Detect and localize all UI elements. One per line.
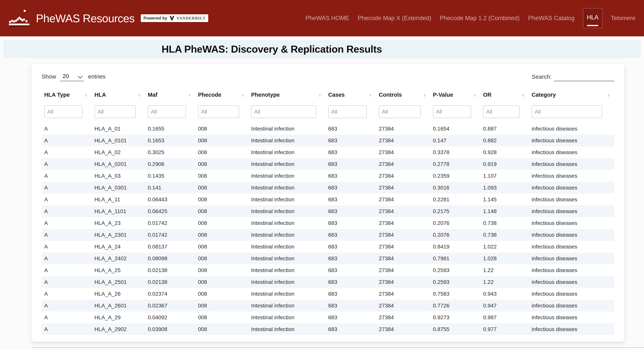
table-cell: 27384 [376, 205, 430, 217]
filter-input-or[interactable] [483, 105, 520, 118]
table-cell: HLA_A_11 [92, 194, 145, 205]
table-cell: HLA_A_25 [92, 264, 145, 276]
active-tab-underline [587, 25, 598, 26]
table-cell: 0.928 [480, 146, 529, 158]
nav-link-phewas-home[interactable]: PheWAS HOME [306, 15, 349, 22]
table-cell: Intestinal infection [248, 123, 326, 135]
vanderbilt-wordmark: VANDERBILT [176, 16, 206, 21]
column-header-or[interactable]: OR▲▼ [480, 85, 529, 105]
table-cell: 0.147 [430, 135, 480, 146]
nav-link-phecode-map-1-2-combined[interactable]: Phecode Map 1.2 (Combined) [440, 15, 520, 22]
table-cell: 0.7726 [430, 300, 480, 311]
column-header-phecode[interactable]: Phecode▲▼ [195, 85, 248, 105]
nav-link-telomere[interactable]: Telomere [611, 15, 636, 22]
table-cell: 683 [326, 276, 376, 288]
table-cell: 27384 [376, 170, 430, 182]
table-cell: HLA_A_0201 [92, 158, 145, 170]
table-cell: HLA_A_23 [92, 217, 145, 229]
column-header-hla[interactable]: HLA▲▼ [92, 85, 145, 105]
column-header-phenotype[interactable]: Phenotype▲▼ [248, 85, 326, 105]
column-header-controls[interactable]: Controls▲▼ [376, 85, 430, 105]
filter-input-phecode[interactable] [198, 105, 239, 118]
column-header-label: Cases [328, 92, 344, 98]
table-cell: 683 [326, 123, 376, 135]
powered-by-badge[interactable]: Powered by VANDERBILT [141, 14, 208, 22]
table-row: AHLA_A_020.3025008Intestinal infection68… [42, 146, 614, 158]
table-cell: 0.882 [480, 135, 529, 146]
table-cell: infectious diseases [529, 253, 614, 264]
table-cell: infectious diseases [529, 323, 614, 335]
table-cell: Intestinal infection [248, 217, 326, 229]
column-header-maf[interactable]: Maf▲▼ [145, 85, 195, 105]
table-cell: 683 [326, 300, 376, 311]
table-cell: 0.8419 [430, 241, 480, 253]
table-cell: HLA_A_02 [92, 146, 145, 158]
column-header-cases[interactable]: Cases▲▼ [326, 85, 376, 105]
table-cell: A [42, 288, 92, 300]
vanderbilt-v-icon [169, 16, 174, 21]
table-cell: 0.7981 [430, 253, 480, 264]
nav-link-phewas-catalog[interactable]: PheWAS Catalog [528, 15, 574, 22]
filter-input-phenotype[interactable] [251, 105, 316, 118]
table-cell: HLA_A_0101 [92, 135, 145, 146]
column-header-label: Phecode [198, 92, 221, 98]
table-cell: 0.2281 [430, 194, 480, 205]
table-cell: 27384 [376, 229, 430, 241]
filter-input-p-value[interactable] [433, 105, 471, 118]
table-cell: infectious diseases [529, 300, 614, 311]
table-cell: HLA_A_24 [92, 241, 145, 253]
column-header-p-value[interactable]: P-Value▲▼ [430, 85, 480, 105]
table-cell: A [42, 123, 92, 135]
table-cell: 0.1435 [145, 170, 195, 182]
search-input[interactable] [554, 72, 614, 81]
table-cell: 0.2359 [430, 170, 480, 182]
filter-cell [529, 105, 614, 123]
scatter-plot-logo-icon[interactable] [8, 7, 31, 30]
table-cell: Intestinal infection [248, 205, 326, 217]
table-cell: Intestinal infection [248, 194, 326, 205]
table-cell: A [42, 170, 92, 182]
table-cell: 008 [195, 194, 248, 205]
entries-select[interactable]: 20 [60, 72, 84, 81]
column-header-hla-type[interactable]: HLA Type▲▼ [42, 85, 92, 105]
sort-arrows-icon: ▲▼ [369, 93, 372, 97]
filter-input-cases[interactable] [328, 105, 367, 118]
column-header-label: Phenotype [251, 92, 280, 98]
table-cell: 27384 [376, 194, 430, 205]
table-cell: HLA_A_26 [92, 288, 145, 300]
filter-input-maf[interactable] [148, 105, 186, 118]
table-row: AHLA_A_250.02138008Intestinal infection6… [42, 264, 614, 276]
filter-input-controls[interactable] [379, 105, 421, 118]
column-header-label: Category [532, 92, 556, 98]
table-cell: 0.2593 [430, 276, 480, 288]
table-cell: 1.022 [480, 241, 529, 253]
powered-by-label: Powered by [144, 16, 167, 21]
table-cell: 683 [326, 241, 376, 253]
column-header-category[interactable]: Category▲▼ [529, 85, 614, 105]
brand-title[interactable]: PheWAS Resources [36, 12, 135, 25]
table-cell: 1.148 [480, 205, 529, 217]
table-row: AHLA_A_260.02374008Intestinal infection6… [42, 288, 614, 300]
table-cell: 27384 [376, 288, 430, 300]
table-cell: 008 [195, 135, 248, 146]
sort-arrows-icon: ▲▼ [241, 93, 244, 97]
table-cell: 27384 [376, 135, 430, 146]
table-cell: 008 [195, 300, 248, 311]
table-cell: Intestinal infection [248, 146, 326, 158]
table-cell: 27384 [376, 123, 430, 135]
nav-link-phecode-map-x-extended[interactable]: Phecode Map X (Extended) [358, 15, 431, 22]
table-cell: 0.06443 [145, 194, 195, 205]
filter-input-hla[interactable] [94, 105, 136, 118]
table-cell: 683 [326, 194, 376, 205]
column-header-label: Maf [148, 92, 158, 98]
table-cell: 0.2076 [430, 229, 480, 241]
table-cell: 008 [195, 123, 248, 135]
table-cell: Intestinal infection [248, 323, 326, 335]
table-cell: 0.738 [480, 229, 529, 241]
table-cell: 683 [326, 217, 376, 229]
filter-input-hla-type[interactable] [44, 105, 82, 118]
nav-link-hla[interactable]: HLA [583, 8, 602, 28]
filter-cell [195, 105, 248, 123]
table-cell: A [42, 217, 92, 229]
filter-input-category[interactable] [532, 105, 602, 118]
